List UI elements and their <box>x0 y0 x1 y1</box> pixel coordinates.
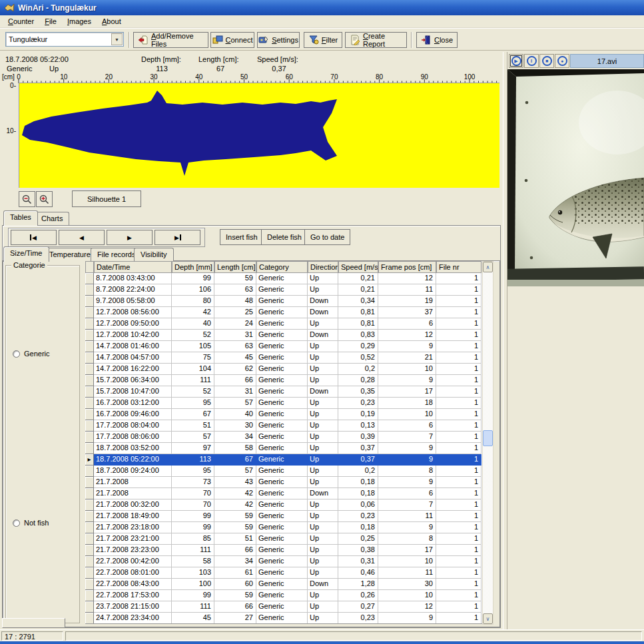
subtab-size-time[interactable]: Size/Time <box>3 246 49 262</box>
table-row[interactable]: 21.7.2008 00:32:007042GenericUp0,0671 <box>85 499 482 511</box>
delete-fish-button[interactable]: Delete fish <box>261 229 308 245</box>
silhouette-canvas[interactable] <box>19 83 499 188</box>
radio-generic-icon[interactable] <box>13 350 20 358</box>
menu-item-file[interactable]: File <box>39 16 62 27</box>
table-row[interactable]: 16.7.2008 03:12:009557GenericUp0,23181 <box>85 398 482 409</box>
combo-dropdown-arrow-icon[interactable]: ▼ <box>111 33 123 45</box>
nav-first-button[interactable]: ◀ <box>11 230 57 245</box>
row-selector-cell[interactable] <box>85 533 94 545</box>
table-row[interactable]: 9.7.2008 05:58:008048GenericDown0,34191 <box>85 296 482 307</box>
row-selector-cell[interactable] <box>85 352 94 364</box>
row-selector-cell[interactable] <box>85 522 94 533</box>
table-scrollbar[interactable]: ∧ ∨ <box>482 261 493 625</box>
silhouette-1-button[interactable]: Silhouette 1 <box>72 190 141 207</box>
menu-item-counter[interactable]: Counter <box>3 16 39 27</box>
radio-not-fish[interactable]: Not fish <box>13 519 49 527</box>
row-selector-cell[interactable] <box>85 545 94 556</box>
add-remove-files-button[interactable]: Add/Remove Files <box>133 32 208 48</box>
row-selector-cell[interactable]: ▸ <box>85 454 94 466</box>
header-category[interactable]: Category <box>256 261 308 273</box>
nav-last-button[interactable]: ▶ <box>155 230 200 245</box>
subtab-temperature[interactable]: Temperature <box>43 248 97 262</box>
row-selector-cell[interactable] <box>85 601 94 613</box>
table-row[interactable]: 22.7.2008 08:01:0010361GenericUp0,46111 <box>85 567 482 579</box>
table-row[interactable]: 17.7.2008 08:06:005734GenericUp0,3971 <box>85 432 482 443</box>
radio-not-fish-icon[interactable] <box>13 519 20 527</box>
nav-prev-button[interactable]: ◀ <box>59 230 105 245</box>
subtab-visibility[interactable]: Visibility <box>134 248 174 262</box>
row-selector-cell[interactable] <box>85 364 94 375</box>
table-row[interactable]: 22.7.2008 00:42:005834GenericUp0,31101 <box>85 556 482 567</box>
fish-table-body[interactable]: 8.7.2008 03:43:009959GenericUp0,211218.7… <box>85 273 482 624</box>
row-selector-cell[interactable] <box>85 477 94 488</box>
table-row[interactable]: 22.7.2008 08:43:0010060GenericDown1,2830… <box>85 579 482 590</box>
table-row[interactable]: 14.7.2008 04:57:007545GenericUp0,52211 <box>85 352 482 364</box>
create-report-button[interactable]: Create Report <box>345 32 407 48</box>
video-record-button[interactable]: ● <box>555 54 569 68</box>
row-selector-cell[interactable] <box>85 284 94 296</box>
nav-next-button[interactable]: ▶ <box>107 230 153 245</box>
row-selector-cell[interactable] <box>85 409 94 420</box>
scroll-down-button[interactable]: ∨ <box>483 613 493 624</box>
row-selector-cell[interactable] <box>85 432 94 443</box>
row-selector-cell[interactable] <box>85 590 94 601</box>
row-selector-cell[interactable] <box>85 307 94 318</box>
header-depth[interactable]: Depth [mm] <box>172 261 214 273</box>
tab-charts[interactable]: Charts <box>35 212 69 226</box>
table-row[interactable]: 18.7.2008 09:24:009557GenericUp0,281 <box>85 466 482 477</box>
row-selector-cell[interactable] <box>85 613 94 624</box>
table-row[interactable]: 15.7.2008 10:47:005231GenericDown0,35171 <box>85 386 482 398</box>
row-selector-cell[interactable] <box>85 375 94 386</box>
header-date-time[interactable]: Date/Time <box>94 261 172 273</box>
row-selector-cell[interactable] <box>85 443 94 454</box>
video-pause-button[interactable]: ‖ <box>524 54 539 68</box>
row-selector-cell[interactable] <box>85 296 94 307</box>
row-selector-cell[interactable] <box>85 567 94 579</box>
menu-item-images[interactable]: Images <box>62 16 97 27</box>
settings-button[interactable]: Settings <box>257 32 300 48</box>
table-row[interactable]: 24.7.2008 23:34:004527GenericUp0,2391 <box>85 613 482 624</box>
scroll-up-button[interactable]: ∧ <box>483 262 493 272</box>
table-row[interactable]: 14.7.2008 01:46:0010563GenericUp0,2991 <box>85 341 482 352</box>
row-selector-cell[interactable] <box>85 273 94 284</box>
table-row[interactable]: 8.7.2008 03:43:009959GenericUp0,21121 <box>85 273 482 284</box>
video-frame[interactable] <box>507 69 644 286</box>
table-row[interactable]: 22.7.2008 17:53:009959GenericUp0,26101 <box>85 590 482 601</box>
row-selector-cell[interactable] <box>85 318 94 330</box>
row-selector-cell[interactable] <box>85 488 94 499</box>
zoom-in-button[interactable] <box>36 191 53 207</box>
row-selector-cell[interactable] <box>85 341 94 352</box>
row-selector-cell[interactable] <box>85 556 94 567</box>
table-row[interactable]: ▸18.7.2008 05:22:0011367GenericUp0,3791 <box>85 454 482 466</box>
table-row[interactable]: 12.7.2008 09:50:004024GenericUp0,8161 <box>85 318 482 330</box>
table-row[interactable]: 21.7.2008 18:49:009959GenericUp0,23111 <box>85 511 482 522</box>
connect-button[interactable]: Connect <box>210 32 254 48</box>
site-selector[interactable]: Tungulækur ▼ <box>5 32 124 47</box>
video-play-button[interactable]: ▶ <box>509 54 523 68</box>
table-row[interactable]: 21.7.2008 23:23:0011166GenericUp0,38171 <box>85 545 482 556</box>
close-button[interactable]: Close <box>416 32 458 48</box>
tab-tables[interactable]: Tables <box>3 210 38 226</box>
header-length[interactable]: Length [cm] <box>214 261 256 273</box>
table-row[interactable]: 18.7.2008 03:52:009758GenericUp0,3791 <box>85 443 482 454</box>
filter-button[interactable]: Filter <box>304 32 342 48</box>
radio-generic[interactable]: Generic <box>13 350 50 358</box>
table-row[interactable]: 17.7.2008 08:04:005130GenericUp0,1361 <box>85 420 482 432</box>
header-direction[interactable]: Direction <box>308 261 338 273</box>
pane-splitter[interactable] <box>503 52 507 629</box>
row-selector-cell[interactable] <box>85 579 94 590</box>
insert-fish-button[interactable]: Insert fish <box>220 229 264 245</box>
table-row[interactable]: 21.7.2008 23:18:009959GenericUp0,1891 <box>85 522 482 533</box>
row-selector-cell[interactable] <box>85 511 94 522</box>
title-bar[interactable]: WinAri - Tungulækur <box>0 0 644 15</box>
table-row[interactable]: 8.7.2008 22:24:0010663GenericUp0,21111 <box>85 284 482 296</box>
table-row[interactable]: 21.7.2008 23:21:008551GenericUp0,2581 <box>85 533 482 545</box>
go-to-date-button[interactable]: Go to date <box>304 229 350 245</box>
table-row[interactable]: 14.7.2008 16:22:0010462GenericUp0,2101 <box>85 364 482 375</box>
row-selector-cell[interactable] <box>85 398 94 409</box>
zoom-out-button[interactable] <box>19 191 35 207</box>
table-row[interactable]: 12.7.2008 10:42:005231GenericDown0,83121 <box>85 330 482 341</box>
header-speed[interactable]: Speed [m/s] <box>338 261 378 273</box>
row-selector-cell[interactable] <box>85 499 94 511</box>
table-row[interactable]: 16.7.2008 09:46:006740GenericUp0,19101 <box>85 409 482 420</box>
